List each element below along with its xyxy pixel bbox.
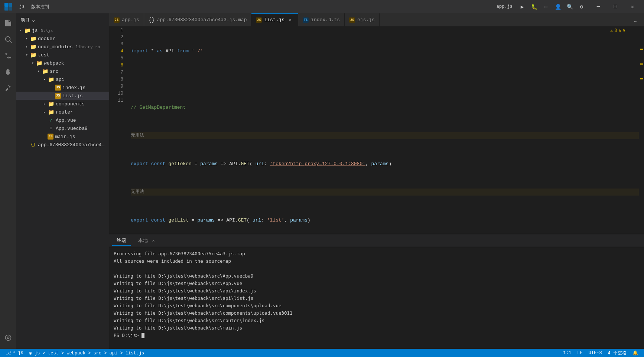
activity-bottom[interactable] — [0, 330, 16, 346]
status-spaces[interactable]: 4 个空格 — [605, 349, 630, 357]
status-encoding[interactable]: UTF-8 — [586, 349, 605, 357]
code-line-4: 无用法 — [131, 132, 639, 139]
comment-getmap: // GetMapDepartment — [131, 104, 186, 111]
tree-item-app-vuecba[interactable]: ▸ ≡ App.vuecba9 — [16, 124, 109, 132]
tree-arrow-api: ▾ — [42, 75, 48, 83]
warning-count: 3 — [614, 28, 617, 33]
tab-index-dts[interactable]: TS index.d.ts — [298, 13, 345, 26]
panel-tab-local[interactable]: 本地 ✕ — [134, 236, 159, 246]
terminal-line-4: Writing to file D:\js\test\webpack\src\A… — [114, 280, 640, 287]
tree-item-app-vue[interactable]: ▸ ✓ App.vue — [16, 116, 109, 124]
panel-tab-local-close[interactable]: ✕ — [152, 239, 155, 243]
warning-text-6: 无用法 — [131, 189, 144, 196]
kw-as: as — [157, 48, 163, 55]
tab-more-button[interactable]: ⋯ — [631, 16, 641, 26]
terminal-panel: 终端 本地 ✕ Processing file app.67303823400e… — [109, 234, 644, 349]
tree-arrow-router: ▸ — [42, 108, 48, 116]
menu-js[interactable]: js — [16, 3, 27, 11]
warning-icon: ⚠ — [610, 28, 613, 33]
eol-text: LF — [577, 350, 582, 356]
tab-app-js[interactable]: JS app.js — [109, 13, 144, 26]
tree-item-docker[interactable]: ▸ 📁 docker — [16, 35, 109, 43]
js-icon-index: JS — [55, 85, 61, 91]
tab-close-list-js[interactable]: ✕ — [287, 17, 293, 23]
activity-scm[interactable] — [0, 48, 16, 64]
menu-version-control[interactable]: 版本控制 — [28, 2, 52, 12]
activity-extensions[interactable] — [0, 80, 16, 96]
folder-icon-test: 📁 — [30, 52, 36, 58]
line-num-6: 6 — [112, 62, 123, 69]
branch-label: ⑂ js — [13, 350, 23, 356]
activity-explorer[interactable] — [0, 15, 16, 31]
tree-item-webpack[interactable]: ▾ 📁 webpack — [16, 59, 109, 67]
svg-rect-1 — [9, 3, 12, 7]
activity-debug[interactable] — [0, 64, 16, 80]
svg-rect-2 — [4, 7, 8, 11]
bell-icon: 🔔 — [632, 350, 638, 356]
search-button[interactable]: 🔍 — [565, 1, 575, 12]
tree-item-src[interactable]: ▾ 📁 src — [16, 67, 109, 75]
tree-label-app-vue: App.vue — [56, 118, 76, 123]
run-button[interactable]: ▶ — [517, 1, 527, 12]
tree-item-components[interactable]: ▸ 📁 components — [16, 100, 109, 108]
terminal-line-blank-1 — [114, 265, 640, 272]
terminal-output[interactable]: Processing file app.67303823400ea75ce4a3… — [109, 247, 644, 349]
status-eol[interactable]: LF — [574, 349, 585, 357]
warning-badge[interactable]: ⚠ 3 ∧ ∨ — [610, 28, 625, 33]
activity-search[interactable] — [0, 31, 16, 48]
tree-label-app-json: app.67303823400ea75ce4a3 — [38, 142, 106, 148]
tab-list-js[interactable]: JS list.js ✕ — [251, 13, 298, 26]
folder-icon-docker: 📁 — [30, 35, 36, 42]
tree-item-router[interactable]: ▸ 📁 router — [16, 108, 109, 116]
status-branch[interactable]: ⎇ ⑂ js — [3, 349, 26, 357]
tree-item-node-modules[interactable]: ▸ 📁 node_modules library ro — [16, 43, 109, 51]
tab-app-map[interactable]: {} app.67303823400ea75ce4a3.js.map — [144, 13, 252, 26]
tab-icon-ejs-js: JS — [349, 17, 355, 23]
status-notification-bell[interactable]: 🔔 — [630, 349, 641, 357]
tree-label-js: js D:\js — [32, 28, 53, 33]
tree-item-index-js[interactable]: ▸ JS index.js — [16, 83, 109, 92]
chevron-down-icon[interactable]: ∨ — [623, 28, 625, 33]
terminal-line-10: Writing to file D:\js\test\webpack\src\m… — [114, 324, 640, 332]
tree-arrow-node-modules: ▸ — [24, 43, 30, 51]
js-icon-list: JS — [55, 93, 61, 99]
line-numbers: 1 2 3 4 5 6 7 8 9 10 11 — [109, 26, 128, 234]
more-button[interactable]: ⋯ — [541, 1, 551, 12]
terminal-line-6: Writing to file D:\js\test\webpack\src\a… — [114, 295, 640, 302]
terminal-line-9: Writing to file D:\js\test\webpack\src\r… — [114, 317, 640, 324]
tree-label-src: src — [50, 69, 58, 74]
spaces-text: 4 个空格 — [608, 350, 627, 356]
code-editor[interactable]: import * as API from './' // GetMapDepar… — [128, 26, 639, 234]
tree-item-test[interactable]: ▾ 📁 test — [16, 51, 109, 59]
panel-tab-terminal[interactable]: 终端 — [112, 236, 131, 246]
close-button[interactable]: ✕ — [624, 0, 641, 13]
tree-item-app-json[interactable]: ▸ {} app.67303823400ea75ce4a3 — [16, 141, 109, 149]
chevron-up-icon[interactable]: ∧ — [619, 28, 621, 33]
tree-label-docker: docker — [38, 36, 55, 42]
svg-rect-0 — [4, 3, 8, 7]
line-num-7: 7 — [112, 69, 123, 76]
debug-button[interactable]: 🐛 — [529, 1, 539, 12]
scrollbar-marker-3 — [640, 78, 643, 79]
tree-item-api[interactable]: ▾ 📁 api — [16, 75, 109, 83]
tree-item-js[interactable]: ▾ 📁 js D:\js — [16, 26, 109, 35]
maximize-button[interactable]: □ — [607, 0, 624, 13]
status-position[interactable]: 1:1 — [560, 349, 575, 357]
editor-scrollbar[interactable] — [639, 26, 644, 234]
tree-label-main-js: main.js — [55, 134, 75, 140]
tree-item-list-js[interactable]: ▸ JS list.js — [16, 92, 109, 100]
tab-ejs-js[interactable]: JS ejs.js — [345, 13, 380, 26]
account-button[interactable]: 👤 — [553, 1, 563, 12]
tree-item-main-js[interactable]: ▸ JS main.js — [16, 132, 109, 141]
status-bar: ⎇ ⑂ js ◉ js > test > webpack > src > api… — [0, 349, 644, 357]
settings-button[interactable]: ⚙ — [576, 1, 587, 12]
minimize-button[interactable]: ─ — [590, 0, 607, 13]
tree-label-webpack: webpack — [44, 60, 64, 66]
sidebar-chevron[interactable]: ⌄ — [32, 17, 35, 23]
line-num-2: 2 — [112, 33, 123, 40]
app-logo — [3, 1, 13, 12]
terminal-prompt: PS D:\js> — [114, 332, 640, 339]
tab-icon-app-map: {} — [149, 17, 155, 23]
encoding-text: UTF-8 — [589, 350, 602, 356]
status-breadcrumb[interactable]: ◉ js > test > webpack > src > api > list… — [26, 349, 147, 357]
